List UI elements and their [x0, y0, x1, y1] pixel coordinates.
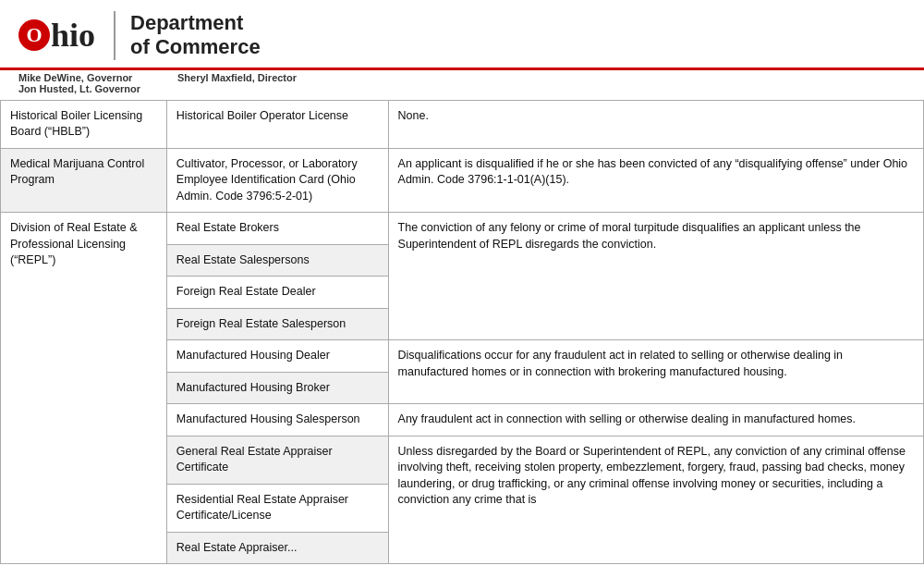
cell-license: Cultivator, Processor, or Laboratory Emp…: [166, 148, 388, 213]
table-row: Medical Marijuana Control Program Cultiv…: [1, 148, 924, 213]
cell-license: Manufactured Housing Salesperson: [166, 404, 388, 437]
cell-agency: Historical Boiler Licensing Board (“HBLB…: [1, 100, 167, 148]
ohio-text: hio: [51, 16, 95, 55]
cell-license: Real Estate Salespersons: [166, 244, 388, 277]
cell-license: Foreign Real Estate Salesperson: [166, 308, 388, 340]
officials-row: Mike DeWine, Governor Jon Husted, Lt. Go…: [0, 70, 924, 100]
cell-license: Historical Boiler Operator License: [166, 100, 388, 148]
director-title: , Director: [252, 72, 297, 83]
governor-info: Mike DeWine, Governor Jon Husted, Lt. Go…: [18, 72, 140, 94]
page: Ohio Department of Commerce Mike DeWine,…: [0, 0, 924, 578]
ohio-circle-letter: O: [18, 19, 50, 51]
cell-disqualification: None.: [388, 100, 923, 148]
table-row: Historical Boiler Licensing Board (“HBLB…: [1, 100, 924, 148]
director-info: Sheryl Maxfield, Director: [177, 72, 297, 94]
cell-disqualification: Any fraudulent act in connection with se…: [388, 404, 923, 437]
cell-disqualification: Unless disregarded by the Board or Super…: [388, 436, 923, 564]
cell-license: Foreign Real Estate Dealer: [166, 277, 388, 309]
cell-disqualification: The conviction of any felony or crime of…: [388, 213, 923, 340]
governor-title: , Governor: [81, 72, 133, 83]
director-name: Sheryl Maxfield: [177, 72, 252, 83]
table-row: Division of Real Estate & Professional L…: [1, 213, 924, 245]
cell-license: Residential Real Estate Appraiser Certif…: [166, 484, 388, 532]
lt-governor-name: Jon Husted: [18, 83, 74, 94]
cell-license: Manufactured Housing Broker: [166, 372, 388, 404]
dept-name: Department of Commerce: [114, 11, 261, 60]
logo-area: Ohio Department of Commerce: [18, 11, 261, 60]
cell-agency: Medical Marijuana Control Program: [1, 148, 167, 213]
main-table: Historical Boiler Licensing Board (“HBLB…: [0, 100, 924, 565]
cell-license: Real Estate Brokers: [166, 213, 388, 245]
lt-governor-title: , Lt. Governor: [74, 83, 140, 94]
cell-license: Real Estate Appraiser...: [166, 532, 388, 564]
cell-agency: Division of Real Estate & Professional L…: [1, 213, 167, 564]
cell-license: Manufactured Housing Dealer: [166, 340, 388, 373]
dept-line2: of Commerce: [130, 35, 261, 59]
governor-name: Mike DeWine: [18, 72, 81, 83]
cell-disqualification: An applicant is disqualified if he or sh…: [388, 148, 923, 213]
dept-line1: Department: [130, 11, 261, 35]
cell-license: General Real Estate Appraiser Certificat…: [166, 436, 388, 484]
ohio-logo: Ohio: [18, 16, 95, 55]
header: Ohio Department of Commerce: [0, 0, 924, 70]
cell-disqualification: Disqualifications occur for any fraudule…: [388, 340, 923, 404]
